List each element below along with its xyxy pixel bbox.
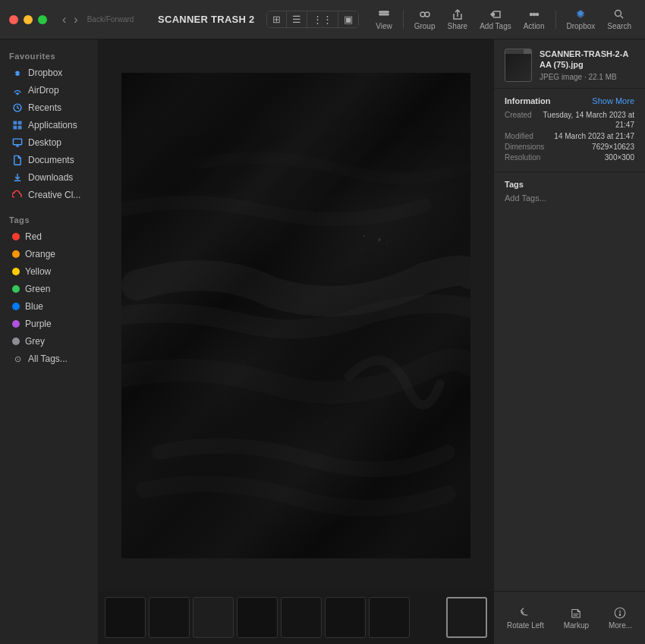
svg-rect-11 [13, 121, 17, 124]
applications-icon [12, 120, 23, 130]
svg-point-3 [425, 12, 429, 17]
back-forward-label: Back/Forward [87, 15, 134, 24]
modified-value: 14 March 2023 at 21:47 [554, 132, 634, 140]
svg-rect-12 [18, 121, 22, 124]
tag-dot-green [12, 285, 20, 293]
close-button[interactable] [9, 15, 18, 24]
downloads-label: Downloads [28, 172, 73, 183]
add-tags-button[interactable]: Add Tags [475, 7, 516, 32]
sidebar-item-tag-grey[interactable]: Grey [3, 333, 95, 350]
dropbox-label: Dropbox [567, 22, 596, 30]
thumbnail-4[interactable] [237, 597, 278, 638]
sidebar-item-airdrop[interactable]: AirDrop [3, 82, 95, 99]
toolbar-right: ⊞ ☰ ⋮⋮ ▣ View Group Share Add Tags Actio… [266, 7, 636, 32]
forward-button[interactable]: › [71, 11, 80, 28]
sidebar-item-tag-orange[interactable]: Orange [3, 246, 95, 262]
airdrop-label: AirDrop [28, 85, 59, 96]
view-options-button[interactable]: View [371, 7, 397, 32]
thumbnail-2[interactable] [149, 597, 190, 638]
thumbnail-8-active[interactable] [446, 597, 487, 638]
markup-label: Markup [564, 621, 589, 630]
svg-rect-14 [18, 126, 22, 130]
sidebar-item-tag-red[interactable]: Red [3, 228, 95, 245]
tag-dot-yellow [12, 268, 20, 275]
favourites-header: Favourites [0, 46, 98, 64]
main-content: Favourites Dropbox AirDrop Recents Appli… [0, 39, 645, 644]
view-columns-button[interactable]: ⋮⋮ [307, 11, 338, 27]
sidebar-item-tag-green[interactable]: Green [3, 281, 95, 297]
sidebar-item-tag-yellow[interactable]: Yellow [3, 263, 95, 280]
tags-header: Tags [0, 209, 98, 228]
svg-point-4 [492, 14, 494, 16]
action-button[interactable]: Action [519, 7, 549, 32]
sidebar-item-downloads[interactable]: Downloads [3, 169, 95, 186]
sidebar-item-desktop[interactable]: Desktop [3, 134, 95, 151]
svg-rect-0 [379, 11, 389, 13]
share-button[interactable]: Share [443, 7, 473, 32]
sidebar-item-all-tags[interactable]: ⊙ All Tags... [3, 350, 95, 367]
view-list-button[interactable]: ☰ [286, 11, 307, 27]
tag-red-label: Red [25, 231, 42, 242]
image-overlay [121, 73, 470, 558]
thumbnail-5[interactable] [281, 597, 322, 638]
rotate-left-button[interactable]: Rotate Left [504, 605, 547, 631]
dropbox-button[interactable]: Dropbox [562, 7, 600, 32]
dimensions-value: 7629×10623 [592, 143, 634, 151]
modified-label: Modified [505, 132, 533, 140]
sidebar-item-recents[interactable]: Recents [3, 99, 95, 116]
view-icons-button[interactable]: ⊞ [267, 11, 286, 27]
info-row-dimensions: Dimensions 7629×10623 [505, 143, 634, 151]
created-label: Created [505, 111, 532, 119]
thumbnail-7[interactable] [369, 597, 410, 638]
svg-line-9 [621, 16, 623, 18]
show-more-link[interactable]: Show More [592, 96, 634, 105]
svg-point-6 [533, 14, 535, 16]
thumbnail-3[interactable] [193, 597, 234, 638]
thumbnail-strip [99, 591, 493, 644]
info-row-resolution: Resolution 300×300 [505, 153, 634, 162]
minimize-button[interactable] [24, 15, 33, 24]
group-label: Group [414, 22, 436, 30]
tag-purple-label: Purple [25, 319, 52, 329]
viewer-bottom: Rotate Left Markup Mor [99, 591, 645, 644]
add-tags-label: Add Tags [480, 22, 511, 30]
thumbnail-1[interactable] [105, 597, 146, 638]
info-section-metadata: Information Show More Created Tuesday, 1… [494, 89, 645, 172]
view-gallery-button[interactable]: ▣ [338, 11, 358, 27]
sidebar-item-tag-purple[interactable]: Purple [3, 316, 95, 332]
sidebar-item-dropbox[interactable]: Dropbox [3, 64, 95, 81]
info-panel: SCANNER-TRASH-2-AAA (75).jpg JPEG image … [493, 39, 645, 591]
svg-rect-1 [379, 14, 389, 15]
sidebar-item-applications[interactable]: Applications [3, 117, 95, 134]
desktop-icon [12, 137, 23, 148]
thumbnail-6[interactable] [325, 597, 366, 638]
window-title: SCANNER TRASH 2 [146, 14, 266, 25]
more-button[interactable]: More... [606, 605, 635, 631]
tag-orange-label: Orange [25, 249, 55, 259]
svg-point-8 [615, 11, 621, 17]
add-tags-field[interactable]: Add Tags... [505, 193, 634, 203]
tag-dot-orange [12, 250, 20, 258]
svg-rect-15 [13, 139, 21, 145]
sidebar-item-documents[interactable]: Documents [3, 152, 95, 168]
airdrop-icon [12, 85, 23, 96]
sidebar-item-creative-cloud[interactable]: Creative Cl... [3, 187, 95, 203]
back-button[interactable]: ‹ [59, 11, 69, 28]
applications-label: Applications [28, 120, 77, 130]
more-label: More... [609, 621, 632, 630]
dimensions-label: Dimensions [505, 143, 544, 151]
tag-dot-blue [12, 303, 20, 310]
file-name: SCANNER-TRASH-2-AAA (75).jpg [540, 49, 634, 71]
tags-section: Tags Add Tags... [494, 172, 645, 210]
search-label: Search [607, 22, 631, 30]
view-buttons: ⊞ ☰ ⋮⋮ ▣ [266, 11, 359, 28]
tag-dot-red [12, 233, 20, 240]
markup-button[interactable]: Markup [561, 605, 592, 631]
group-button[interactable]: Group [410, 7, 440, 32]
image-area [99, 39, 493, 591]
dropbox-sidebar-label: Dropbox [28, 68, 62, 78]
search-button[interactable]: Search [603, 7, 636, 32]
resolution-label: Resolution [505, 153, 540, 162]
maximize-button[interactable] [38, 15, 47, 24]
sidebar-item-tag-blue[interactable]: Blue [3, 298, 95, 315]
